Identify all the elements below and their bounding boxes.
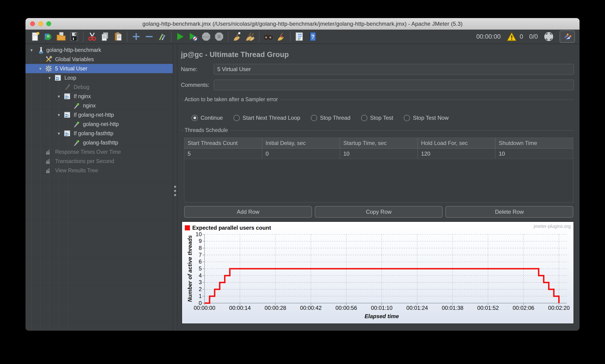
y-tick-label: 4	[189, 272, 202, 279]
tree-item-nginx[interactable]: nginx	[26, 101, 173, 110]
tree-item-label: golang-fasthttp	[83, 140, 118, 146]
tree-item-golang-http-benchmark[interactable]: ▾golang-http-benchmark	[26, 45, 173, 55]
schedule-cell[interactable]: 120	[418, 148, 495, 159]
radio-circle-icon	[404, 115, 410, 121]
expand-all-icon	[131, 31, 141, 42]
start-button[interactable]	[174, 30, 187, 43]
tree-expand-arrow-icon[interactable]: ▾	[55, 131, 63, 136]
cut-button[interactable]	[86, 30, 99, 43]
copy-row-button[interactable]: Copy Row	[315, 206, 443, 218]
tree-item-label: Response Times Over Time	[55, 149, 121, 155]
tree-item-if-nginx[interactable]: ▾If nginx	[26, 92, 173, 101]
jmeter-window: golang-http-benchmark.jmx (/Users/nicola…	[26, 18, 579, 331]
stop-icon: STOP	[201, 31, 211, 42]
schedule-cell[interactable]: 10	[340, 148, 418, 159]
tree-item-golang-fasthttp[interactable]: golang-fasthttp	[26, 138, 173, 147]
x-axis-title: Elapsed time	[205, 313, 559, 320]
tree-item-view-results-tree[interactable]: View Results Tree	[26, 166, 173, 175]
schedule-column-header: Startup Time, sec	[340, 138, 418, 148]
y-tick-label: 7	[189, 252, 202, 258]
tree-expand-arrow-icon[interactable]: ▾	[27, 48, 36, 53]
clear-all-button[interactable]	[244, 30, 257, 43]
tree-item-loop[interactable]: ▾Loop	[26, 73, 173, 82]
toolbar-separator	[127, 31, 127, 42]
new-file-button[interactable]	[29, 30, 42, 43]
radio-stop-test-now[interactable]: Stop Test Now	[404, 115, 448, 121]
tree-item-label: Loop	[64, 75, 76, 81]
delete-row-button[interactable]: Delete Row	[446, 206, 573, 218]
tree-item-transactions-per-second[interactable]: Transactions per Second	[26, 156, 173, 166]
config-tools-icon	[44, 56, 53, 63]
tree-item-if-golang-net-http[interactable]: ▾If golang-net-http	[26, 110, 173, 119]
templates-icon	[43, 31, 53, 42]
schedule-cell[interactable]: 0	[262, 148, 340, 159]
window-title: golang-http-benchmark.jmx (/Users/nicola…	[26, 21, 579, 27]
radio-stop-test[interactable]: Stop Test	[361, 115, 393, 121]
tree-item-debug[interactable]: Debug	[26, 82, 173, 92]
help-button[interactable]: ?	[306, 30, 319, 43]
controller-icon	[63, 130, 71, 137]
schedule-cell[interactable]: 10	[495, 148, 573, 159]
tree-item-label: 5 Virtual User	[55, 65, 87, 72]
tree-item-5-virtual-user[interactable]: ▾5 Virtual User	[26, 64, 173, 73]
templates-button[interactable]	[42, 30, 55, 43]
thread-group-gear-icon	[44, 65, 53, 72]
shutdown-button[interactable]	[213, 30, 226, 43]
radio-start-next-thread-loop[interactable]: Start Next Thread Loop	[234, 115, 300, 121]
threads-schedule-legend: Threads Schedule	[183, 127, 230, 133]
tree-expand-arrow-icon[interactable]: ▾	[45, 75, 54, 81]
toggle-icon	[157, 31, 167, 42]
panel-title: jp@gc - Ultimate Thread Group	[181, 51, 574, 59]
elapsed-timer: 00:00:00	[476, 33, 500, 40]
radio-label: Start Next Thread Loop	[242, 115, 300, 121]
tree-item-if-golang-fasthttp[interactable]: ▾If golang-fasthttp	[26, 129, 173, 138]
toggle-button[interactable]	[156, 30, 169, 43]
panel-splitter[interactable]	[173, 44, 177, 330]
schedule-cell[interactable]: 5	[184, 148, 262, 159]
tree-expand-arrow-icon[interactable]: ▾	[36, 66, 44, 71]
splitter-grip-icon	[174, 186, 176, 196]
expand-all-button[interactable]	[130, 30, 143, 43]
stop-button[interactable]: STOP	[200, 30, 213, 43]
radio-continue[interactable]: Continue	[192, 115, 223, 121]
listener-chart-icon	[44, 167, 53, 174]
tree-item-response-times-over-time[interactable]: Response Times Over Time	[26, 147, 173, 156]
start-no-pauses-button[interactable]	[187, 30, 200, 43]
x-tick-label: 00:00:14	[222, 305, 259, 311]
tree-item-global-variables[interactable]: Global Variables	[26, 55, 173, 64]
search-button[interactable]	[262, 30, 275, 43]
minimize-window-button[interactable]	[38, 21, 43, 26]
save-button[interactable]	[68, 30, 81, 43]
function-helper-button[interactable]	[293, 30, 306, 43]
schedule-table-empty-area	[184, 159, 573, 202]
radio-stop-thread[interactable]: Stop Thread	[311, 115, 350, 121]
new-file-icon	[30, 31, 40, 42]
tree-item-label: nginx	[83, 103, 96, 109]
plugins-manager-button[interactable]	[560, 30, 575, 43]
name-label: Name:	[181, 66, 214, 72]
tree-item-label: If golang-fasthttp	[74, 130, 113, 137]
schedule-column-header: Shutdown Time	[495, 138, 573, 148]
tree-item-golang-net-http[interactable]: golang-net-http	[26, 119, 173, 129]
paste-button[interactable]	[112, 30, 125, 43]
comments-input[interactable]	[214, 80, 574, 90]
tree-item-label: If golang-net-http	[74, 112, 114, 118]
reset-search-button[interactable]	[275, 30, 288, 43]
name-input[interactable]	[214, 64, 574, 75]
zoom-window-button[interactable]	[46, 21, 51, 26]
radio-label: Stop Test	[370, 115, 393, 121]
y-tick-label: 8	[189, 245, 202, 251]
close-window-button[interactable]	[30, 21, 35, 26]
copy-button[interactable]	[99, 30, 112, 43]
tree-item-label: View Results Tree	[55, 168, 98, 174]
open-file-button[interactable]	[55, 30, 68, 43]
collapse-all-button[interactable]	[143, 30, 156, 43]
tree-item-label: If nginx	[74, 93, 91, 100]
clear-button[interactable]	[231, 30, 244, 43]
tree-item-label: Debug	[74, 84, 89, 90]
tree-expand-arrow-icon[interactable]: ▾	[55, 94, 63, 99]
clear-icon	[232, 31, 242, 42]
tree-expand-arrow-icon[interactable]: ▾	[55, 112, 63, 118]
add-row-button[interactable]: Add Row	[184, 206, 312, 218]
log-errors-indicator[interactable]: 0	[507, 32, 523, 41]
